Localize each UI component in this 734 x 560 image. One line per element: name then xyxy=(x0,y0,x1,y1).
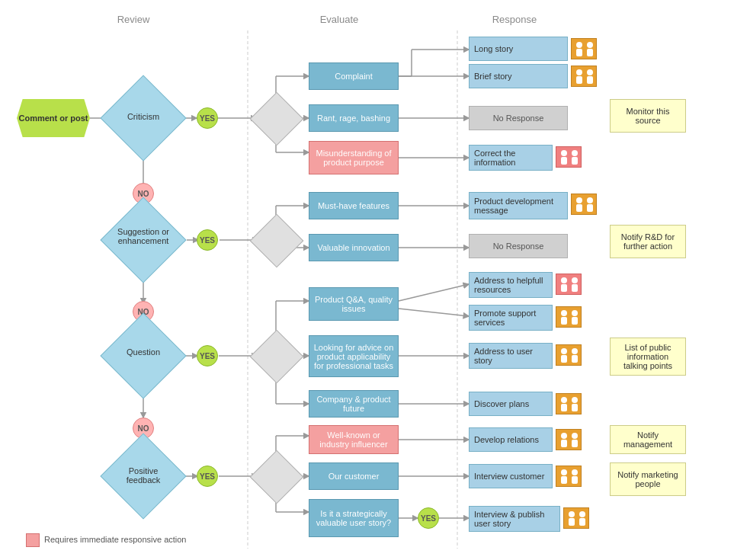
svg-rect-93 xyxy=(561,476,567,484)
positive-yes-circle: YES xyxy=(197,466,218,487)
interview-publish-action-icon xyxy=(563,507,589,529)
correct-info-response: Correct the information xyxy=(469,145,553,171)
svg-point-58 xyxy=(587,42,593,48)
svg-rect-71 xyxy=(587,204,593,212)
svg-rect-99 xyxy=(579,518,585,526)
looking-advice-node: Looking for advice on product applicabil… xyxy=(309,335,399,377)
svg-point-98 xyxy=(579,511,585,517)
svg-rect-67 xyxy=(572,157,578,165)
svg-line-48 xyxy=(399,284,469,301)
svg-rect-63 xyxy=(587,76,593,84)
svg-point-70 xyxy=(587,197,593,203)
question-yes-circle: YES xyxy=(197,345,218,366)
interview-customer-action-icon xyxy=(556,466,582,487)
svg-point-74 xyxy=(572,277,578,283)
svg-rect-95 xyxy=(572,476,578,484)
long-story-response: Long story xyxy=(469,37,568,61)
strategic-yes-circle: YES xyxy=(418,507,439,529)
legend-text: Requires immediate responsive action xyxy=(44,535,186,544)
suggestion-yes-circle: YES xyxy=(197,229,218,251)
svg-rect-69 xyxy=(576,204,582,212)
svg-point-90 xyxy=(572,433,578,439)
our-customer-node: Our customer xyxy=(309,462,399,490)
product-dev-action-icon xyxy=(571,194,597,215)
well-known-node: Well-known or industry influencer xyxy=(309,425,399,454)
col-response: Response xyxy=(457,14,572,25)
address-user-action-icon xyxy=(556,344,582,366)
legend-icon xyxy=(26,533,40,547)
address-helpful-response: Address to helpfull resources xyxy=(469,272,553,298)
interview-publish-response: Interview & publish user story xyxy=(469,506,560,532)
criticism-diamond xyxy=(100,75,186,161)
eval-positive-diamond xyxy=(250,450,304,504)
suggestion-diamond xyxy=(100,197,186,283)
svg-point-92 xyxy=(561,469,567,475)
svg-rect-81 xyxy=(561,355,567,363)
product-qa-node: Product Q&A, quality issues xyxy=(309,287,399,321)
notify-rd-notification: Notify R&D for further action xyxy=(610,225,686,258)
svg-rect-79 xyxy=(572,317,578,325)
discover-plans-response: Discover plans xyxy=(469,392,553,416)
svg-point-72 xyxy=(561,277,567,283)
notify-mgmt-notification: Notify management xyxy=(610,425,686,454)
svg-rect-83 xyxy=(572,355,578,363)
monitor-notification: Monitor this source xyxy=(610,99,686,133)
svg-point-88 xyxy=(561,433,567,439)
svg-point-56 xyxy=(576,42,582,48)
develop-relations-action-icon xyxy=(556,429,582,450)
svg-rect-75 xyxy=(572,284,578,292)
svg-rect-65 xyxy=(561,157,567,165)
svg-point-78 xyxy=(572,310,578,316)
svg-point-96 xyxy=(569,511,575,517)
brief-story-action-icon xyxy=(571,66,597,87)
svg-point-86 xyxy=(572,397,578,403)
correct-info-action-icon xyxy=(556,146,582,168)
eval-criticism-diamond xyxy=(250,92,304,146)
long-story-action-icon xyxy=(571,38,597,59)
svg-point-80 xyxy=(561,348,567,354)
svg-rect-97 xyxy=(569,518,575,526)
svg-point-60 xyxy=(576,69,582,75)
svg-rect-91 xyxy=(572,440,578,447)
valuable-node: Valuable innovation xyxy=(309,234,399,261)
eval-question-diamond xyxy=(250,330,304,384)
complaint-node: Complaint xyxy=(309,62,399,90)
no-response-2: No Response xyxy=(469,234,568,258)
svg-line-49 xyxy=(399,309,469,316)
svg-point-82 xyxy=(572,348,578,354)
rant-node: Rant, rage, bashing xyxy=(309,104,399,132)
start-node: Comment or post xyxy=(17,99,90,137)
eval-suggestion-diamond xyxy=(250,214,304,268)
positive-diamond xyxy=(100,433,186,519)
question-diamond xyxy=(100,312,186,398)
develop-relations-response: Develop relations xyxy=(469,427,553,452)
brief-story-response: Brief story xyxy=(469,64,568,88)
promote-support-response: Promote support services xyxy=(469,305,553,331)
discover-plans-action-icon xyxy=(556,393,582,414)
address-helpful-action-icon xyxy=(556,274,582,295)
svg-rect-61 xyxy=(576,76,582,84)
svg-rect-89 xyxy=(561,440,567,447)
svg-rect-57 xyxy=(576,49,582,56)
misunderstanding-node: Misunderstanding of product purpose xyxy=(309,141,399,174)
must-have-node: Must-have features xyxy=(309,192,399,219)
interview-customer-response: Interview customer xyxy=(469,464,553,488)
svg-rect-85 xyxy=(561,404,567,411)
col-evaluate: Evaluate xyxy=(282,14,396,25)
svg-point-68 xyxy=(576,197,582,203)
col-review: Review xyxy=(76,14,191,25)
address-user-response: Address to user story xyxy=(469,343,553,369)
svg-rect-77 xyxy=(561,317,567,325)
svg-rect-59 xyxy=(587,49,593,56)
strategic-node: Is it a strategically valuable user stor… xyxy=(309,499,399,537)
svg-point-66 xyxy=(572,150,578,156)
svg-point-84 xyxy=(561,397,567,403)
promote-support-action-icon xyxy=(556,306,582,328)
svg-rect-73 xyxy=(561,284,567,292)
svg-point-94 xyxy=(572,469,578,475)
company-future-node: Company & product future xyxy=(309,390,399,418)
notify-marketing-notification: Notify marketing people xyxy=(610,462,686,496)
diagram: Review Evaluate Response xyxy=(0,0,734,560)
criticism-yes-circle: YES xyxy=(197,107,218,129)
no-response-1: No Response xyxy=(469,106,568,130)
